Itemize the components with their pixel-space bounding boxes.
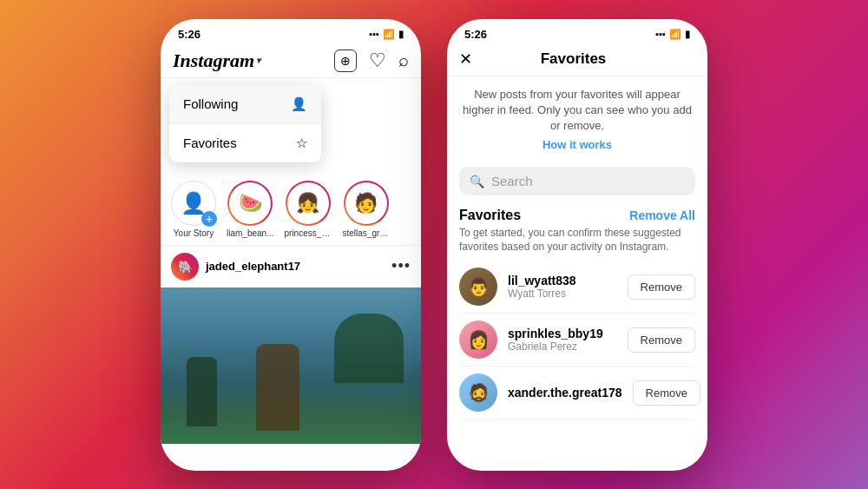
wifi-icon-2: 📶 xyxy=(669,29,681,40)
remove-button-1[interactable]: Remove xyxy=(628,274,695,300)
post-more-icon[interactable]: ••• xyxy=(391,257,411,275)
remove-button-3[interactable]: Remove xyxy=(633,380,700,406)
fav-username-1: lil_wyatt838 xyxy=(508,274,617,287)
remove-button-2[interactable]: Remove xyxy=(628,327,695,353)
phone-2: 5:26 ▪▪▪ 📶 ▮ ✕ Favorites New posts from … xyxy=(447,19,707,471)
your-story[interactable]: 👤 Your Story xyxy=(171,181,216,238)
figure1-silhouette xyxy=(187,357,217,426)
stories-row: 👤 Your Story 🍉 liam_bean... 👧 princess_p… xyxy=(161,174,421,246)
time-2: 5:26 xyxy=(464,28,487,41)
fav-username-3: xander.the.great178 xyxy=(508,386,622,400)
phone-1: 5:26 ▪▪▪ 📶 ▮ Instagram ▾ ⊕ ♡ ⌕ Following… xyxy=(161,19,421,471)
your-story-avatar: 👤 xyxy=(171,181,216,226)
status-icons-2: ▪▪▪ 📶 ▮ xyxy=(655,29,690,40)
following-label: Following xyxy=(183,96,238,111)
status-icons-1: ▪▪▪ 📶 ▮ xyxy=(369,29,404,40)
favorites-page-title: Favorites xyxy=(541,50,607,68)
search-icon[interactable]: ⌕ xyxy=(398,50,409,70)
favorites-section-header: Favorites Remove All xyxy=(459,208,695,223)
wifi-icon: 📶 xyxy=(383,29,395,40)
story-avatar-stellas: 🧑 xyxy=(344,181,389,226)
story-avatar-princess: 👧 xyxy=(286,181,331,226)
story-princess[interactable]: 👧 princess_p... xyxy=(284,181,332,238)
fav-info-3: xander.the.great178 xyxy=(508,386,622,400)
battery-icon: ▮ xyxy=(398,29,404,40)
post-image xyxy=(161,287,421,444)
following-icon: 👤 xyxy=(291,96,307,112)
search-placeholder: Search xyxy=(491,174,533,188)
story-liam[interactable]: 🍉 liam_bean... xyxy=(227,181,273,238)
favorites-content: New posts from your favorites will appea… xyxy=(447,76,707,471)
header-icons: ⊕ ♡ ⌕ xyxy=(334,50,409,72)
favorites-header: ✕ Favorites xyxy=(447,44,707,76)
fav-avatar-1: 👨 xyxy=(459,268,497,306)
signal-icon: ▪▪▪ xyxy=(369,29,379,39)
post-user[interactable]: 🐘 jaded_elephant17 xyxy=(171,253,300,281)
fav-avatar-3: 🧔 xyxy=(459,373,497,412)
trees-silhouette xyxy=(334,314,404,383)
story-label-liam: liam_bean... xyxy=(227,228,273,238)
post-user-avatar: 🐘 xyxy=(171,253,199,281)
your-story-label: Your Story xyxy=(174,228,214,238)
logo-text: Instagram xyxy=(173,50,254,72)
status-bar-1: 5:26 ▪▪▪ 📶 ▮ xyxy=(161,19,421,44)
fav-realname-2: Gabriela Perez xyxy=(508,340,617,353)
post-username: jaded_elephant17 xyxy=(206,260,300,273)
description-text: New posts from your favorites will appea… xyxy=(463,88,692,132)
fav-realname-1: Wyatt Torres xyxy=(508,287,617,300)
fav-info-2: sprinkles_bby19 Gabriela Perez xyxy=(508,327,617,353)
figure2-silhouette xyxy=(256,344,299,431)
story-label-princess: princess_p... xyxy=(284,228,332,238)
fav-avatar-2: 👩 xyxy=(459,320,497,359)
close-icon[interactable]: ✕ xyxy=(459,50,472,69)
fav-item-1: 👨 lil_wyatt838 Wyatt Torres Remove xyxy=(459,261,695,314)
story-label-stellas: stellas_gr0... xyxy=(342,228,390,238)
favorites-hint: To get started, you can confirm these su… xyxy=(459,227,695,254)
status-bar-2: 5:26 ▪▪▪ 📶 ▮ xyxy=(447,19,707,44)
search-bar[interactable]: 🔍 Search xyxy=(459,167,695,195)
signal-icon-2: ▪▪▪ xyxy=(655,29,666,39)
fav-item-3: 🧔 xander.the.great178 Remove xyxy=(459,367,695,420)
time-1: 5:26 xyxy=(178,28,201,41)
post-header: 🐘 jaded_elephant17 ••• xyxy=(161,246,421,287)
fav-item-2: 👩 sprinkles_bby19 Gabriela Perez Remove xyxy=(459,314,695,367)
favorites-description: New posts from your favorites will appea… xyxy=(447,76,707,159)
star-icon: ☆ xyxy=(296,135,307,151)
remove-all-button[interactable]: Remove All xyxy=(629,208,695,222)
instagram-logo[interactable]: Instagram ▾ xyxy=(173,50,260,72)
favorites-section-title: Favorites xyxy=(459,208,521,223)
how-it-works-link[interactable]: How it works xyxy=(461,137,694,153)
favorites-list-section: Favorites Remove All To get started, you… xyxy=(447,204,707,423)
heart-icon[interactable]: ♡ xyxy=(369,50,386,72)
dropdown-following[interactable]: Following 👤 xyxy=(169,85,321,124)
add-post-icon[interactable]: ⊕ xyxy=(334,50,357,72)
fav-username-2: sprinkles_bby19 xyxy=(508,327,617,340)
search-icon-small: 🔍 xyxy=(470,175,484,188)
favorites-label: Favorites xyxy=(183,135,237,150)
story-avatar-liam: 🍉 xyxy=(227,181,273,226)
dropdown-favorites[interactable]: Favorites ☆ xyxy=(169,124,321,162)
fav-info-1: lil_wyatt838 Wyatt Torres xyxy=(508,274,617,300)
chevron-down-icon: ▾ xyxy=(256,56,260,65)
feed-dropdown: Following 👤 Favorites ☆ xyxy=(169,85,321,162)
battery-icon-2: ▮ xyxy=(685,29,690,40)
story-stellas[interactable]: 🧑 stellas_gr0... xyxy=(342,181,390,238)
instagram-header: Instagram ▾ ⊕ ♡ ⌕ xyxy=(161,44,421,78)
